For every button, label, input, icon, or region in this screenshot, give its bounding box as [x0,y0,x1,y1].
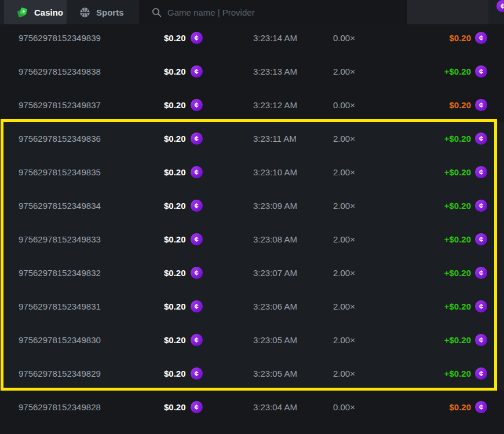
bet-amount-value: $0.20 [164,167,186,177]
coin-icon: ¢ [475,367,487,380]
table-row[interactable]: 97562978152349835 $0.20 ¢ 3:23:10 AM 2.0… [0,155,504,189]
bet-amount-value: $0.20 [164,134,186,144]
bet-payout: +$0.20 ¢ [444,356,487,390]
bet-multiplier: 2.00× [333,122,355,155]
bet-id: 97562978152349829 [19,356,101,390]
tab-casino-label: Casino [34,8,63,17]
bet-payout: +$0.20 ¢ [444,289,487,323]
bet-amount: $0.20 ¢ [164,21,203,54]
bet-multiplier: 2.00× [333,189,355,222]
bet-payout-value: $0.20 [449,100,471,110]
table-row[interactable]: 97562978152349829 $0.20 ¢ 3:23:05 AM 2.0… [0,356,504,390]
coin-icon: ¢ [191,133,203,145]
bet-id: 97562978152349838 [19,54,101,88]
table-row[interactable]: 97562978152349839 $0.20 ¢ 3:23:14 AM 0.0… [0,21,504,54]
bet-payout-value: +$0.20 [444,134,471,144]
bet-payout: +$0.20 ¢ [444,155,487,189]
bet-payout-value: +$0.20 [444,301,471,311]
bet-amount: $0.20 ¢ [164,88,203,122]
bet-time: 3:23:10 AM [253,155,297,189]
coin-icon: ¢ [475,233,487,245]
bet-payout: +$0.20 ¢ [444,122,487,155]
table-row[interactable]: 97562978152349832 $0.20 ¢ 3:23:07 AM 2.0… [0,256,504,289]
bet-multiplier: 2.00× [333,323,355,356]
bet-multiplier: 2.00× [333,222,355,256]
bet-amount-value: $0.20 [164,67,186,76]
bet-payout-value: +$0.20 [444,201,471,211]
bet-time: 3:23:14 AM [253,21,297,54]
tab-casino[interactable]: Casino [4,0,67,24]
table-row[interactable]: 97562978152349838 $0.20 ¢ 3:23:13 AM 2.0… [0,54,504,88]
search-icon [152,8,162,17]
bet-id: 97562978152349832 [19,256,101,289]
coin-icon: ¢ [191,166,203,178]
coin-icon: ¢ [475,99,487,111]
table-row[interactable]: 97562978152349837 $0.20 ¢ 3:23:12 AM 0.0… [0,88,504,122]
bet-payout-value: +$0.20 [444,335,471,345]
bet-id: 97562978152349833 [19,222,101,256]
coin-icon: ¢ [475,133,487,145]
coin-icon: ¢ [475,267,487,279]
coin-icon: ¢ [475,334,487,346]
bet-amount-value: $0.20 [164,369,186,378]
bet-amount: $0.20 ¢ [164,356,203,390]
bet-amount-value: $0.20 [164,402,186,412]
bet-id: 97562978152349830 [19,323,101,356]
coin-icon: ¢ [191,267,203,279]
bet-amount-value: $0.20 [164,234,186,244]
coin-icon: ¢ [475,300,487,312]
bet-time: 3:23:04 AM [253,390,297,424]
table-row[interactable]: 97562978152349833 $0.20 ¢ 3:23:08 AM 2.0… [0,222,504,256]
search-box [139,0,407,24]
tab-sports-label: Sports [96,8,124,17]
bet-time: 3:23:12 AM [253,88,297,122]
coin-icon: ¢ [191,401,203,413]
search-input[interactable] [167,8,388,17]
bet-time: 3:23:05 AM [253,323,297,356]
bet-payout-value: +$0.20 [444,167,471,177]
coin-icon: ¢ [475,166,487,178]
bet-multiplier: 2.00× [333,54,355,88]
top-nav: Casino Sports ¢ [0,0,504,24]
table-row[interactable]: 97562978152349831 $0.20 ¢ 3:23:06 AM 2.0… [0,289,504,323]
bet-payout-value: +$0.20 [444,268,471,278]
coin-icon: ¢ [191,32,203,44]
bet-id: 97562978152349834 [19,189,101,222]
bet-payout: +$0.20 ¢ [444,222,487,256]
bet-amount-value: $0.20 [164,33,186,43]
bet-time: 3:23:07 AM [253,256,297,289]
bet-amount-value: $0.20 [164,201,186,211]
bet-time: 3:23:06 AM [253,289,297,323]
bet-id: 97562978152349831 [19,289,101,323]
bet-id: 97562978152349836 [19,122,101,155]
bet-multiplier: 2.00× [333,289,355,323]
coin-icon: ¢ [191,65,203,78]
coin-icon: ¢ [475,65,487,78]
bet-payout: $0.20 ¢ [449,88,487,122]
bet-payout-value: $0.20 [449,33,471,43]
bet-amount: $0.20 ¢ [164,54,203,88]
bet-payout: +$0.20 ¢ [444,256,487,289]
coin-icon: ¢ [191,334,203,346]
bet-time: 3:23:08 AM [253,222,297,256]
table-row[interactable]: 97562978152349828 $0.20 ¢ 3:23:04 AM 0.0… [0,390,504,424]
bet-payout: $0.20 ¢ [449,21,487,54]
tab-sports[interactable]: Sports [67,0,139,24]
table-row[interactable]: 97562978152349834 $0.20 ¢ 3:23:09 AM 2.0… [0,189,504,222]
table-row[interactable]: 97562978152349836 $0.20 ¢ 3:23:11 AM 2.0… [0,122,504,155]
bet-id: 97562978152349835 [19,155,101,189]
bet-amount: $0.20 ¢ [164,122,203,155]
bet-id: 97562978152349837 [19,88,101,122]
bet-payout: +$0.20 ¢ [444,323,487,356]
bet-amount-value: $0.20 [164,100,186,110]
table-row[interactable]: 97562978152349830 $0.20 ¢ 3:23:05 AM 2.0… [0,323,504,356]
bet-id: 97562978152349839 [19,21,101,54]
bet-amount: $0.20 ¢ [164,256,203,289]
bet-id: 97562978152349828 [19,390,101,424]
bet-multiplier: 2.00× [333,356,355,390]
bet-time: 3:23:11 AM [253,122,297,155]
bet-amount: $0.20 ¢ [164,390,203,424]
bet-amount: $0.20 ¢ [164,155,203,189]
coin-icon: ¢ [191,300,203,312]
bet-multiplier: 0.00× [333,390,355,424]
